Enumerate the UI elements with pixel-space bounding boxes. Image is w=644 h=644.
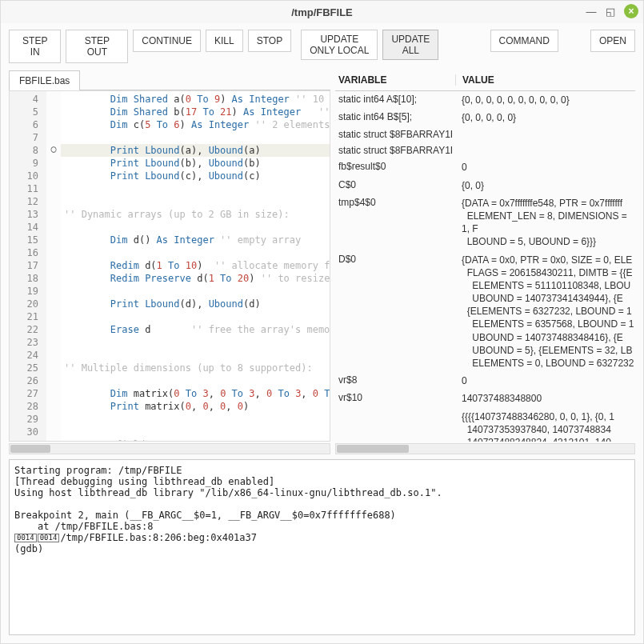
horizontal-scrollbar[interactable]: [335, 443, 635, 454]
code-line[interactable]: [61, 182, 330, 195]
breakpoint-marker-slot[interactable]: [46, 104, 61, 117]
stop-button[interactable]: STOP: [248, 30, 291, 52]
breakpoint-marker-slot[interactable]: [46, 322, 61, 334]
continue-button[interactable]: CONTINUE: [133, 30, 201, 52]
variable-row[interactable]: {{{{140737488346280, 0, 0, 1}, {0, 1 140…: [335, 408, 635, 442]
code-line[interactable]: Dim Shared a(0 To 9) As Integer '' 10 el…: [61, 93, 330, 106]
code-line[interactable]: Print matrix(0, 0, 0, 0): [61, 400, 330, 413]
code-editor[interactable]: 4567891011121314151617181920212223242526…: [9, 90, 330, 442]
maximize-icon[interactable]: ◱: [605, 6, 616, 17]
code-line[interactable]: Print Lbound(a), Ubound(a): [61, 144, 330, 157]
minimize-icon[interactable]: —: [586, 6, 597, 17]
kill-button[interactable]: KILL: [206, 30, 243, 52]
line-number: 20: [13, 298, 43, 310]
breakpoint-marker-slot[interactable]: [46, 219, 61, 232]
breakpoint-marker-slot[interactable]: [46, 334, 61, 347]
breakpoint-marker-slot[interactable]: [46, 91, 61, 104]
step-out-button[interactable]: STEP OUT: [66, 30, 128, 63]
code-line[interactable]: [61, 349, 330, 362]
code-line[interactable]: '' Array fields:: [61, 438, 330, 441]
code-line[interactable]: [61, 221, 330, 234]
code-line[interactable]: [61, 336, 330, 349]
variable-value: 0: [455, 374, 635, 387]
breakpoint-marker-slot[interactable]: [46, 386, 61, 398]
breakpoint-marker-slot[interactable]: [46, 283, 61, 296]
scrollbar-thumb[interactable]: [337, 445, 409, 453]
toolbar: STEP IN STEP OUT CONTINUE KILL STOP UPDA…: [1, 23, 643, 70]
code-line[interactable]: [61, 374, 330, 387]
update-all-button[interactable]: UPDATE ALL: [382, 30, 438, 60]
line-number-gutter: 4567891011121314151617181920212223242526…: [10, 91, 46, 441]
breakpoint-marker-slot[interactable]: [46, 270, 61, 283]
code-line[interactable]: Dim matrix(0 To 3, 0 To 3, 0 To 3, 0 To …: [61, 387, 330, 400]
code-line[interactable]: [61, 246, 330, 259]
line-number: 16: [13, 246, 43, 259]
breakpoint-marker-slot[interactable]: [46, 424, 61, 437]
variable-row[interactable]: vr$80: [335, 372, 635, 390]
variable-row[interactable]: D$0{DATA = 0x0, PTR = 0x0, SIZE = 0, ELE…: [335, 251, 635, 373]
tab-fbfile[interactable]: FBFILE.bas: [9, 70, 80, 90]
code-line[interactable]: '' Dynamic arrays (up to 2 GB in size):: [61, 208, 330, 221]
code-line[interactable]: [61, 426, 330, 438]
update-only-local-button[interactable]: UPDATE ONLY LOCAL: [301, 30, 378, 60]
breakpoint-marker-slot[interactable]: [46, 258, 61, 270]
line-number: 17: [13, 259, 43, 272]
current-line-marker[interactable]: ○: [46, 142, 61, 155]
breakpoint-marker-slot[interactable]: [46, 373, 61, 386]
column-header-value[interactable]: VALUE: [455, 74, 635, 86]
breakpoint-marker-slot[interactable]: [46, 347, 61, 360]
breakpoint-marker-slot[interactable]: [46, 194, 61, 206]
breakpoint-marker-slot[interactable]: [46, 411, 61, 424]
variables-body[interactable]: static int64 A$[10];{0, 0, 0, 0, 0, 0, 0…: [335, 91, 635, 442]
breakpoint-marker-slot[interactable]: [46, 117, 61, 130]
code-line[interactable]: Dim Shared b(17 To 21) As Integer '' 10 …: [61, 106, 330, 118]
step-in-button[interactable]: STEP IN: [9, 30, 61, 63]
variable-row[interactable]: tmp$4$0{DATA = 0x7fffffffe548, PTR = 0x7…: [335, 194, 635, 251]
code-line[interactable]: Print Lbound(b), Ubound(b): [61, 157, 330, 170]
code-line[interactable]: Redim d(1 To 10) '' allocate memory for …: [61, 259, 330, 272]
breakpoint-gutter[interactable]: ○: [46, 91, 61, 441]
variable-row[interactable]: C$0{0, 0}: [335, 177, 635, 194]
line-number: 21: [13, 310, 43, 323]
code-line[interactable]: Print Lbound(d), Ubound(d): [61, 298, 330, 310]
command-button[interactable]: COMMAND: [490, 30, 558, 52]
code-line[interactable]: [61, 195, 330, 208]
variable-row[interactable]: fb$result$00: [335, 158, 635, 176]
breakpoint-marker-slot[interactable]: [46, 181, 61, 194]
breakpoint-marker-slot[interactable]: [46, 232, 61, 245]
breakpoint-marker-slot[interactable]: [46, 245, 61, 258]
breakpoint-marker-slot[interactable]: [46, 296, 61, 309]
code-lines[interactable]: Dim Shared a(0 To 9) As Integer '' 10 el…: [61, 91, 330, 441]
horizontal-scrollbar[interactable]: [9, 443, 330, 454]
variable-row[interactable]: static int64 B$[5];{0, 0, 0, 0, 0}: [335, 109, 635, 126]
breakpoint-marker-slot[interactable]: [46, 168, 61, 181]
code-line[interactable]: [61, 413, 330, 426]
breakpoint-marker-slot[interactable]: [46, 130, 61, 142]
variable-row[interactable]: vr$10140737488348800: [335, 390, 635, 407]
breakpoint-marker-slot[interactable]: [46, 437, 61, 441]
code-line[interactable]: [61, 310, 330, 323]
column-header-variable[interactable]: VARIABLE: [335, 74, 455, 86]
code-line[interactable]: Dim c(5 To 6) As Integer '' 2 elements: [61, 118, 330, 131]
scrollbar-thumb[interactable]: [10, 445, 50, 453]
code-line[interactable]: [61, 131, 330, 144]
breakpoint-marker-slot[interactable]: [46, 155, 61, 168]
code-line[interactable]: Dim d() As Integer '' empty array: [61, 234, 330, 246]
breakpoint-marker-slot[interactable]: [46, 360, 61, 373]
variable-row[interactable]: static struct $8FBARRAY1I: [335, 126, 635, 142]
breakpoint-marker-slot[interactable]: [46, 206, 61, 219]
debug-console[interactable]: Starting program: /tmp/FBFILE [Thread de…: [9, 459, 635, 635]
breakpoint-marker-slot[interactable]: [46, 398, 61, 411]
variable-row[interactable]: static int64 A$[10];{0, 0, 0, 0, 0, 0, 0…: [335, 91, 635, 109]
code-line[interactable]: [61, 285, 330, 298]
variable-row[interactable]: static struct $8FBARRAY1I: [335, 142, 635, 158]
open-button[interactable]: OPEN: [590, 30, 635, 52]
breakpoint-marker-slot[interactable]: [46, 309, 61, 322]
variable-name: static int64 A$[10];: [335, 94, 455, 105]
code-line[interactable]: Redim Preserve d(1 To 20) '' to resize t…: [61, 272, 330, 285]
close-icon[interactable]: ×: [624, 4, 638, 18]
line-number: 12: [13, 195, 43, 208]
code-line[interactable]: Erase d '' free the array's memory: [61, 323, 330, 336]
code-line[interactable]: Print Lbound(c), Ubound(c): [61, 170, 330, 182]
code-line[interactable]: '' Multiple dimensions (up to 8 supporte…: [61, 362, 330, 374]
